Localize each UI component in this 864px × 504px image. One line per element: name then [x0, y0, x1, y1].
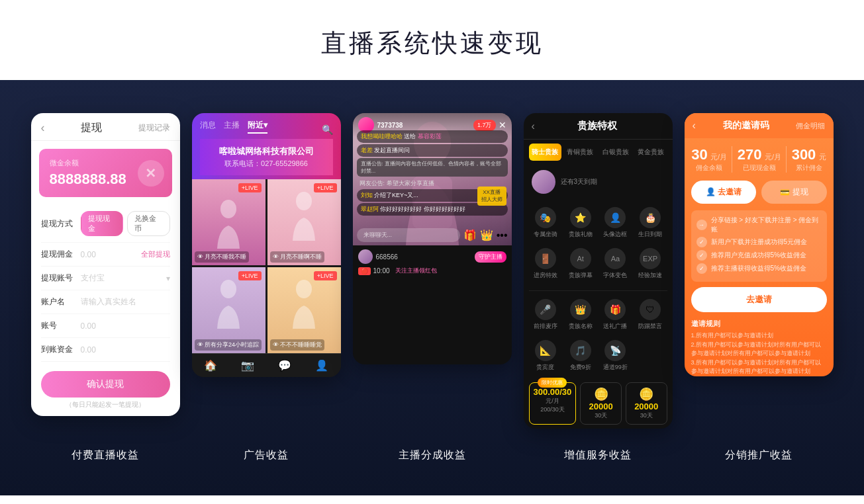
- profile-icon[interactable]: 👤: [315, 359, 328, 372]
- method-cash-btn[interactable]: 提现现金: [81, 211, 124, 236]
- broadcast-icon: 🎁: [604, 299, 626, 320]
- vip-tab-silver[interactable]: 白银贵族: [599, 144, 632, 161]
- balance-card: 微金余额 8888888.88 ✕: [39, 149, 172, 197]
- close-icon[interactable]: ✕: [499, 120, 506, 130]
- amount-input-row: 0.00 全部提现: [81, 249, 170, 259]
- name-input[interactable]: 请输入真实姓名: [81, 296, 170, 308]
- method-row: 提现方式 提现现金 兑换金币: [41, 205, 170, 243]
- mount-icon: 🎭: [535, 207, 556, 228]
- ref-stat-value-2: 270 元/月: [738, 146, 781, 163]
- vip-pkg-1[interactable]: 限时优惠 300.00/30 元/月 200/30天: [529, 382, 577, 425]
- search-icon[interactable]: 🔍: [322, 124, 333, 135]
- card-label-5: 分销推广收益: [685, 448, 834, 462]
- ad-grid-item-4[interactable]: +LIVE 👁 不不不睡睡睡觉: [267, 267, 341, 353]
- amount-all-link[interactable]: 全部提现: [141, 249, 170, 259]
- money-input[interactable]: 0.00: [81, 345, 170, 355]
- ref-stat-value-3: 300 元: [792, 146, 826, 163]
- gift-vip-icon: ⭐: [570, 207, 591, 228]
- vip-header: ‹ 贵族特权: [524, 113, 673, 140]
- live-top-right: 1.7万 ✕: [473, 120, 506, 131]
- vip-user-avatar: [532, 170, 555, 194]
- withdraw-record-link[interactable]: 提现记录: [138, 122, 170, 134]
- card-label-4: 增值服务收益: [524, 448, 673, 462]
- ref-invite-btn-main[interactable]: 去邀请: [691, 287, 827, 312]
- follow-host-btn[interactable]: 守护主播: [475, 251, 506, 263]
- noble-name-icon: 👑: [570, 299, 591, 320]
- ad-grid-item-3[interactable]: +LIVE 👁 所有分享24小时追踪: [192, 267, 265, 353]
- vip-icon-exp: EXP 经验加速: [634, 244, 667, 284]
- labels-row: 付费直播收益 广告收益 主播分成收益 增值服务收益 分销推广收益: [31, 448, 834, 462]
- vip-room-icon: 📐: [535, 340, 556, 361]
- live-chat-input[interactable]: 来聊聊天...: [357, 228, 460, 242]
- ad-tab-nearby[interactable]: 附近▾: [248, 120, 267, 134]
- crown-icon[interactable]: 👑: [480, 229, 493, 241]
- vip-icon-discount: 🎵 免费9折: [563, 336, 597, 376]
- vip-icon-birthday: 🎂 生日到期: [634, 203, 667, 243]
- live-fan-row: 668566 守护主播: [358, 249, 506, 264]
- follow-for-red[interactable]: 关注主播领红包: [395, 267, 437, 275]
- mic-icon: 🎤: [535, 299, 556, 320]
- live-time: 10:00: [373, 267, 390, 274]
- camera-icon[interactable]: 📷: [241, 359, 254, 372]
- ref-right-label[interactable]: 佣金明细: [796, 121, 825, 131]
- ref-header: ‹ 我的邀请码 佣金明细: [685, 113, 834, 138]
- ad-item-label-2: 👁 月亮不睡啊不睡: [270, 251, 325, 263]
- vip-icon-name: 👑 贵族名称: [563, 295, 597, 335]
- ref-stat-balance: 30 元/月 佣金余额: [691, 146, 727, 173]
- ad-tab-live[interactable]: 主播: [224, 120, 240, 134]
- card-referral: ‹ 我的邀请码 佣金明细 30 元/月 佣金余额 270 元/月: [685, 113, 834, 376]
- vip-icon-channel: 📡 通道99折: [599, 336, 632, 376]
- ref-stat-value-1: 30 元/月: [691, 146, 727, 163]
- withdraw-header: ‹ 提现 提现记录: [31, 113, 180, 141]
- vip-icon-entry: 🚪 进房特效: [529, 244, 563, 284]
- ref-back-icon[interactable]: ‹: [693, 120, 696, 132]
- ad-banner-title: 喀啦城网络科技有限公司: [208, 146, 325, 157]
- promo-badge: XX直播招人大师: [477, 187, 506, 206]
- ref-stats-row: 30 元/月 佣金余额 270 元/月 已现现金额 300: [685, 138, 834, 181]
- vip-back-icon[interactable]: ‹: [532, 120, 535, 132]
- chevron-down-icon: ▾: [166, 274, 170, 283]
- vip-tab-gold[interactable]: 黄金贵族: [634, 144, 667, 161]
- ad-grid-item-2[interactable]: +LIVE 👁 月亮不睡啊不睡: [267, 179, 341, 265]
- vip-icon-broadcast: 🎁 送礼广播: [599, 295, 632, 335]
- back-icon[interactable]: ‹: [41, 121, 45, 135]
- more-icon[interactable]: •••: [497, 230, 508, 241]
- vip-pkg-2[interactable]: 🪙 20000 30天: [580, 382, 622, 425]
- home-icon[interactable]: 🏠: [204, 359, 217, 372]
- exp-icon: EXP: [640, 248, 661, 269]
- vip-icon-mount: 🎭 专属坐骑: [529, 203, 563, 243]
- vip-tab-knight[interactable]: 骑士贵族: [529, 144, 561, 161]
- name-label: 账户名: [41, 296, 81, 308]
- card-label-3: 主播分成收益: [353, 448, 512, 462]
- ref-step-1: ✓ 新用户下载并注册成功得5元佣金: [696, 237, 822, 247]
- ref-invite-btn-top[interactable]: 👤 去邀请: [691, 181, 757, 204]
- entry-icon: 🚪: [535, 248, 556, 269]
- vip-pkg-3[interactable]: 🪙 20000 30天: [626, 382, 667, 425]
- live-host-id: 7373738: [377, 122, 403, 129]
- ad-bottom-bar: 🏠 📷 💬 👤: [192, 353, 341, 377]
- danmu-icon: At: [570, 248, 591, 269]
- chat-icon[interactable]: 💬: [278, 359, 291, 372]
- vip-icon-font: Aa 字体变色: [599, 244, 632, 284]
- method-coin-btn[interactable]: 兑换金币: [127, 211, 170, 236]
- chat-msg-1: 我想喝哇哩哈哈 送给 慕容彩莲: [357, 130, 508, 143]
- discount-icon: 🎵: [570, 340, 591, 361]
- shield-icon: 🛡: [640, 299, 661, 320]
- vip-icon-frame: 👤 头像边框: [599, 203, 632, 243]
- account-select[interactable]: 支付宝 ▾: [81, 273, 170, 284]
- ref-stat-divider-1: [732, 146, 732, 173]
- account-row: 提现账号 支付宝 ▾: [41, 267, 170, 290]
- gift-icon[interactable]: 🎁: [463, 229, 477, 241]
- money-row: 到账资金 0.00: [41, 338, 170, 362]
- ad-tab-message[interactable]: 消息: [200, 120, 216, 134]
- live-badge-4: +LIVE: [314, 271, 337, 280]
- amount-input[interactable]: 0.00: [81, 250, 137, 259]
- vip-tab-bronze[interactable]: 青铜贵族: [564, 144, 597, 161]
- submit-btn[interactable]: 确认提现: [41, 371, 170, 398]
- number-input[interactable]: 0.00: [81, 321, 170, 331]
- svg-point-3: [296, 280, 312, 298]
- ref-withdraw-btn-top[interactable]: 💳 提现: [761, 181, 827, 204]
- vip-divider: [529, 290, 667, 291]
- live-bottom-bar: 来聊聊天... 🎁 👑 •••: [353, 225, 512, 245]
- ad-grid-item-1[interactable]: +LIVE 👁 月亮不睡我不睡: [192, 179, 265, 265]
